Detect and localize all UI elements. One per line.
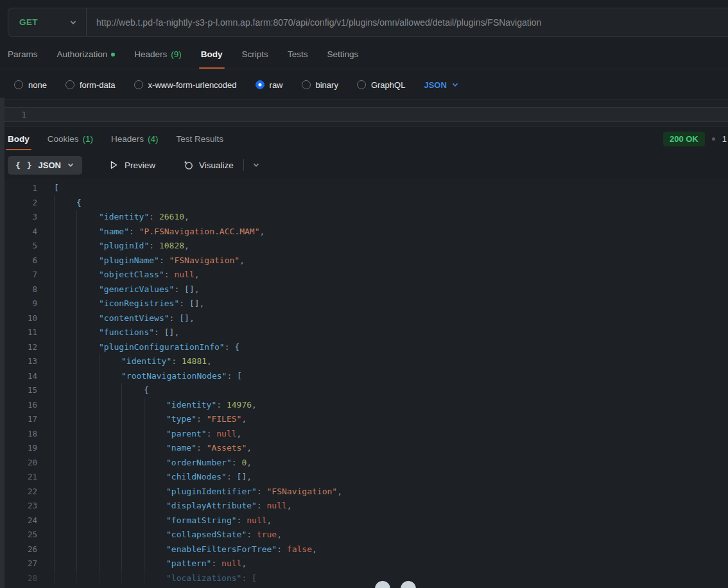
body-type-form-data[interactable]: form-data <box>65 80 116 90</box>
authorization-set-dot <box>111 53 115 56</box>
body-type-graphql[interactable]: GraphQL <box>357 80 405 90</box>
request-url-bar: GET http://web.t.pd-fa-nightly-s3-p-l.om… <box>8 8 728 37</box>
code-token: [ <box>237 369 242 384</box>
body-format-dropdown[interactable]: JSON <box>424 80 458 90</box>
code-token: [ <box>54 181 59 196</box>
indent-guide <box>54 196 76 211</box>
editor-active-line[interactable]: 1 <box>0 107 728 122</box>
indent-guide <box>121 441 144 456</box>
tab-label: Headers <box>134 49 167 59</box>
code-token: "pluginName" <box>99 254 159 268</box>
code-token: : <box>164 268 175 282</box>
code-token: : <box>207 427 217 442</box>
indent-guide <box>99 412 121 427</box>
indent-guide <box>54 456 76 471</box>
tab-label: Cookies <box>48 134 79 144</box>
indent-guide <box>99 456 121 471</box>
body-type-raw[interactable]: raw <box>256 80 283 90</box>
indent-guide <box>144 542 166 557</box>
indent-guide <box>76 354 99 369</box>
code-line: 12"pluginConfigurationInfo": { <box>0 340 728 355</box>
indent-guide <box>54 383 76 398</box>
indent-guide <box>76 239 99 254</box>
code-token: : <box>211 557 221 571</box>
line-number: 1 <box>0 181 37 196</box>
response-headers-count: (4) <box>148 134 159 144</box>
play-icon <box>108 160 119 170</box>
code-token: : <box>247 528 257 542</box>
code-token: , <box>184 210 189 225</box>
body-type-none[interactable]: none <box>14 80 47 90</box>
code-token: "type" <box>166 412 196 427</box>
response-code-viewer[interactable]: 1[2{3"identity": 26610,4"name": "P.FSNav… <box>0 178 728 588</box>
tab-tests[interactable]: Tests <box>288 40 308 69</box>
indent-guide <box>76 441 99 456</box>
tab-headers[interactable]: Headers (9) <box>134 40 182 69</box>
line-number: 13 <box>0 354 37 369</box>
code-line: 15{ <box>0 383 728 398</box>
url-input[interactable]: http://web.t.pd-fa-nightly-s3-p-l.omn.ap… <box>87 17 541 28</box>
indent-guide <box>121 383 144 398</box>
indent-guide <box>54 571 76 586</box>
code-token: [] <box>164 325 175 340</box>
code-token: , <box>277 528 282 542</box>
indent-guide <box>54 499 76 514</box>
chevron-down-icon <box>69 19 77 26</box>
code-line: 19"name": "Assets", <box>0 441 728 456</box>
code-token: "functions" <box>99 325 154 340</box>
indent-guide <box>76 557 99 571</box>
response-tab-test-results[interactable]: Test Results <box>177 127 224 150</box>
line-number: 7 <box>0 268 37 282</box>
code-token: "pattern" <box>166 557 211 571</box>
indent-guide <box>121 456 144 471</box>
tab-scripts[interactable]: Scripts <box>242 40 268 69</box>
code-line: 11"functions": [], <box>0 325 728 340</box>
code-token: , <box>189 311 195 326</box>
line-number: 23 <box>0 499 37 514</box>
code-token: "enableFiltersForTree" <box>166 542 277 557</box>
code-token: "childNodes" <box>166 470 227 485</box>
code-token: { <box>76 196 82 211</box>
indent-guide <box>121 412 144 427</box>
tab-label: Authorization <box>57 49 108 59</box>
indent-guide <box>54 557 76 571</box>
line-number: 27 <box>0 557 37 571</box>
indent-guide <box>76 340 99 355</box>
response-tab-cookies[interactable]: Cookies (1) <box>48 127 93 150</box>
tab-label: Headers <box>111 134 144 144</box>
code-token: : <box>149 210 159 225</box>
code-token: : <box>257 499 267 514</box>
code-token: : <box>227 369 237 384</box>
code-token: : <box>196 412 207 427</box>
request-body-editor[interactable]: 1 <box>0 99 728 126</box>
preview-button[interactable]: Preview <box>108 160 155 170</box>
tab-authorization[interactable]: Authorization <box>57 40 116 69</box>
code-line: 22"pluginIdentifier": "FSNavigation", <box>0 485 728 499</box>
indent-guide <box>121 514 144 528</box>
code-token: { <box>234 340 239 355</box>
response-format-dropdown[interactable]: { } JSON <box>8 156 82 175</box>
indent-guide <box>54 542 76 557</box>
indent-guide <box>121 499 144 514</box>
radio-label: x-www-form-urlencoded <box>148 80 237 90</box>
response-tab-body[interactable]: Body <box>8 127 30 150</box>
indent-guide <box>54 398 76 413</box>
method-selector[interactable]: GET <box>8 8 86 36</box>
tab-body[interactable]: Body <box>201 40 223 69</box>
indent-guide <box>121 528 144 542</box>
tab-settings[interactable]: Settings <box>327 40 358 69</box>
line-number: 12 <box>0 340 37 355</box>
tab-params[interactable]: Params <box>8 40 38 69</box>
response-tab-headers[interactable]: Headers (4) <box>111 127 159 150</box>
indent-guide <box>99 369 121 384</box>
radio-label: binary <box>316 80 338 90</box>
radio-icon <box>134 80 143 89</box>
chevron-down-icon[interactable] <box>252 161 260 169</box>
visualize-button[interactable]: Visualize <box>183 160 234 170</box>
tab-label: Tests <box>288 49 308 59</box>
indent-guide <box>121 571 144 586</box>
body-type-x-www-form-urlencoded[interactable]: x-www-form-urlencoded <box>134 80 237 90</box>
code-token: : <box>241 571 252 586</box>
body-type-binary[interactable]: binary <box>302 80 338 90</box>
indent-guide <box>99 571 121 586</box>
